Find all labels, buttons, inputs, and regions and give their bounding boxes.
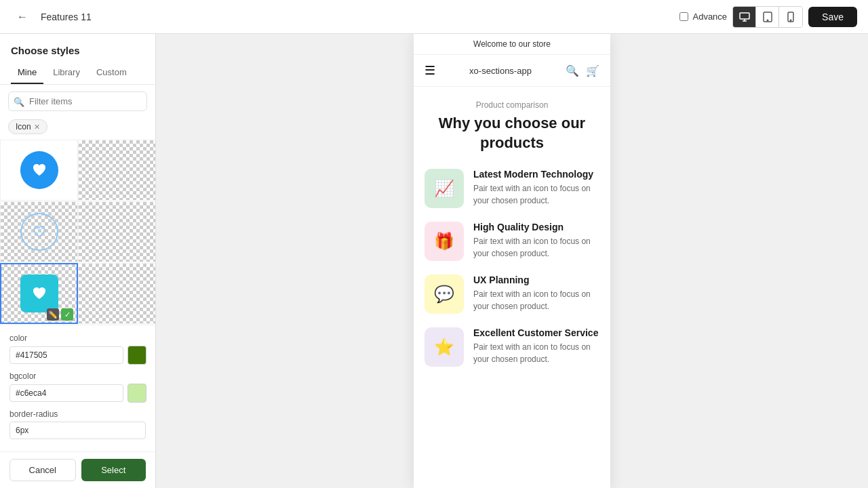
advance-checkbox[interactable]: Advance — [679, 12, 727, 22]
color-input-row: #417505 — [9, 346, 146, 365]
icon-cell-3[interactable] — [0, 201, 78, 262]
feature-item-4: ⭐ Excellent Customer Service Pair text w… — [425, 327, 599, 367]
svg-point-4 — [767, 20, 768, 21]
section-subtitle: Product comparison — [425, 100, 599, 110]
feature-text-2: High Quality Design Pair text with an ic… — [473, 222, 599, 260]
search-bar: 🔍 — [8, 92, 147, 111]
border-radius-label: border-radius — [9, 409, 146, 419]
topbar-left: ← Features 11 — [11, 7, 671, 27]
feature-item-2: 🎁 High Quality Design Pair text with an … — [425, 222, 599, 261]
topbar-right: Advance Save — [679, 6, 857, 28]
feature-icon-latest: 📈 — [425, 169, 464, 208]
feature-title-4: Excellent Customer Service — [473, 327, 599, 338]
search-input[interactable] — [8, 92, 147, 111]
color-field-row: color #417505 — [9, 333, 146, 365]
save-button[interactable]: Save — [808, 7, 857, 27]
panel-header: Choose styles — [0, 34, 155, 62]
tab-library[interactable]: Library — [46, 62, 87, 84]
feature-desc-2: Pair text with an icon to focus on your … — [473, 235, 599, 260]
tab-custom[interactable]: Custom — [90, 62, 134, 84]
tablet-view-btn[interactable] — [756, 7, 779, 27]
feature-icon-service-symbol: ⭐ — [434, 338, 454, 357]
feature-title-1: Latest Modern Technology — [473, 169, 599, 180]
feature-icon-ux: 💬 — [425, 274, 464, 314]
feature-item-1: 📈 Latest Modern Technology Pair text wit… — [425, 169, 599, 208]
icon-cell-4[interactable] — [78, 201, 155, 262]
desktop-view-btn[interactable] — [733, 7, 756, 27]
color-swatch[interactable] — [127, 346, 146, 365]
bgcolor-input[interactable]: #c6eca4 — [9, 384, 123, 402]
confirm-icon-btn[interactable]: ✓ — [61, 308, 73, 321]
mobile-frame: Welcome to our store ☰ xo-sections-app 🔍… — [414, 34, 610, 488]
product-comparison-section: Product comparison Why you choose our pr… — [414, 87, 610, 394]
icon-actions: ✏️ ✓ — [47, 308, 73, 321]
advance-input[interactable] — [679, 12, 688, 21]
left-panel: Choose styles Mine Library Custom 🔍 Icon… — [0, 34, 156, 488]
icon-cell-5[interactable]: ✏️ ✓ — [0, 263, 78, 324]
bgcolor-field-row: bgcolor #c6eca4 — [9, 371, 146, 403]
svg-rect-0 — [740, 13, 749, 19]
feature-title-3: UX Planning — [473, 274, 599, 285]
back-button[interactable]: ← — [11, 7, 34, 27]
view-toggle — [732, 6, 803, 28]
feature-item-3: 💬 UX Planning Pair text with an icon to … — [425, 274, 599, 314]
bgcolor-input-row: #c6eca4 — [9, 384, 146, 403]
chip-close[interactable]: ✕ — [34, 123, 40, 131]
feature-icon-quality-symbol: 🎁 — [434, 232, 454, 251]
panel-footer: Cancel Select — [0, 451, 155, 488]
store-nav-icons: 🔍 🛒 — [566, 64, 599, 77]
feature-desc-4: Pair text with an icon to focus on your … — [473, 341, 599, 365]
section-title: Why you choose our products — [425, 114, 599, 152]
topbar: ← Features 11 Advance Save — [0, 0, 868, 34]
store-banner: Welcome to our store — [414, 34, 610, 55]
mobile-view-btn[interactable] — [779, 7, 802, 27]
color-label: color — [9, 333, 146, 343]
select-button[interactable]: Select — [81, 459, 146, 481]
tab-mine[interactable]: Mine — [11, 62, 43, 84]
feature-desc-1: Pair text with an icon to focus on your … — [473, 182, 599, 207]
icon-blue-outline — [20, 213, 58, 251]
cancel-button[interactable]: Cancel — [9, 459, 76, 481]
bgcolor-label: bgcolor — [9, 371, 146, 381]
search-nav-icon[interactable]: 🔍 — [566, 64, 579, 77]
color-fields: color #417505 bgcolor #c6eca4 border-rad… — [0, 325, 155, 451]
feature-title-2: High Quality Design — [473, 222, 599, 232]
store-nav: ☰ xo-sections-app 🔍 🛒 — [414, 55, 610, 87]
feature-text-3: UX Planning Pair text with an icon to fo… — [473, 274, 599, 312]
filter-chips: Icon ✕ — [0, 117, 155, 140]
main-area: Choose styles Mine Library Custom 🔍 Icon… — [0, 34, 868, 488]
border-radius-row: border-radius 6px — [9, 409, 146, 439]
icon-chip: Icon ✕ — [8, 119, 47, 134]
edit-icon-btn[interactable]: ✏️ — [47, 308, 59, 321]
store-logo: xo-sections-app — [469, 66, 532, 76]
icon-cell-1[interactable] — [0, 140, 78, 201]
color-input[interactable]: #417505 — [9, 346, 123, 364]
icon-cell-6[interactable] — [78, 263, 155, 324]
feature-icon-quality: 🎁 — [425, 222, 464, 261]
hamburger-icon[interactable]: ☰ — [425, 63, 435, 78]
search-icon: 🔍 — [14, 96, 24, 106]
chip-label: Icon — [16, 122, 31, 131]
cart-nav-icon[interactable]: 🛒 — [586, 64, 599, 77]
icon-grid: ✏️ ✓ — [0, 140, 155, 325]
svg-point-6 — [790, 20, 791, 21]
feature-icon-service: ⭐ — [425, 327, 464, 367]
feature-icon-latest-symbol: 📈 — [434, 179, 454, 198]
preview-area: Welcome to our store ☰ xo-sections-app 🔍… — [156, 34, 868, 488]
feature-text-4: Excellent Customer Service Pair text wit… — [473, 327, 599, 365]
feature-desc-3: Pair text with an icon to focus on your … — [473, 288, 599, 312]
panel-tabs: Mine Library Custom — [0, 62, 155, 85]
icon-teal-square — [20, 274, 58, 312]
feature-icon-ux-symbol: 💬 — [434, 285, 454, 304]
border-radius-input[interactable]: 6px — [9, 422, 146, 439]
icon-blue-circle — [20, 151, 58, 189]
page-title: Features 11 — [41, 12, 92, 22]
icon-cell-2[interactable] — [78, 140, 155, 201]
feature-text-1: Latest Modern Technology Pair text with … — [473, 169, 599, 207]
bgcolor-swatch[interactable] — [127, 384, 146, 403]
advance-label: Advance — [692, 12, 727, 22]
